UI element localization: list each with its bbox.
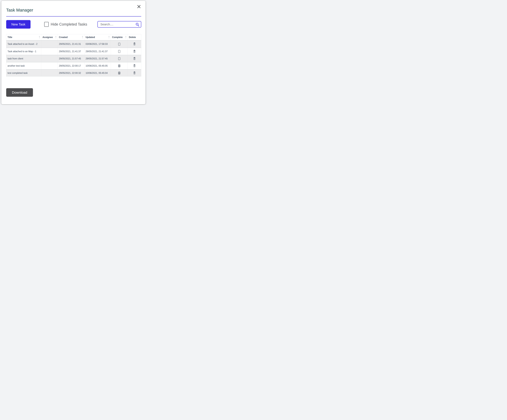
task-updated-cell: 10/06/2021, 05:45:05 — [84, 62, 111, 69]
complete-checkbox[interactable] — [118, 57, 120, 60]
complete-checkbox[interactable] — [118, 64, 120, 67]
toolbar: New Task Hide Completed Tasks — [6, 20, 141, 28]
task-assignee-cell — [41, 41, 58, 48]
task-updated-cell: 03/06/2021, 17:58:33 — [84, 41, 111, 48]
task-title-cell: another test task — [6, 62, 41, 69]
complete-checkbox[interactable] — [118, 72, 120, 74]
delete-task-button[interactable] — [133, 64, 136, 68]
sort-arrow-icon — [82, 36, 83, 39]
sort-arrow-icon — [39, 36, 40, 39]
task-updated-cell: 29/05/2021, 21:41:37 — [84, 48, 111, 55]
table-row: Task attached to an Map - 1 29/05/2021, … — [6, 48, 141, 55]
task-assignee-cell — [41, 62, 58, 69]
task-created-cell: 29/05/2021, 21:41:37 — [58, 48, 84, 55]
table-row: Task attached to an Asset - 2 29/05/2021… — [6, 41, 141, 48]
column-header-delete: Delete — [128, 34, 141, 41]
column-header-assignee[interactable]: Assignee — [41, 34, 58, 41]
hide-completed-checkbox[interactable] — [44, 22, 49, 27]
task-created-cell: 29/05/2021, 21:41:31 — [58, 41, 84, 48]
delete-task-button[interactable] — [133, 57, 136, 60]
search-icon[interactable] — [135, 23, 140, 27]
complete-checkbox[interactable] — [118, 43, 120, 46]
trash-icon — [133, 64, 136, 67]
complete-checkbox[interactable] — [118, 50, 120, 53]
download-button[interactable]: Download — [6, 88, 33, 97]
task-updated-cell: 29/05/2021, 21:57:45 — [84, 55, 111, 62]
delete-task-button[interactable] — [133, 71, 136, 75]
delete-task-button[interactable] — [133, 50, 136, 53]
new-task-button[interactable]: New Task — [6, 20, 30, 28]
trash-icon — [133, 50, 136, 53]
table-row: test completed task 29/05/2021, 22:00:32… — [6, 69, 141, 77]
search-box — [98, 21, 141, 28]
task-updated-cell: 10/06/2021, 05:45:04 — [84, 69, 111, 77]
column-header-created[interactable]: Created — [58, 34, 84, 41]
page-title: Task Manager — [6, 1, 141, 13]
tasks-table: Title Assignee Created Updated Complete — [6, 34, 141, 77]
task-assignee-cell — [41, 69, 58, 77]
task-manager-modal: Task Manager New Task Hide Completed Tas… — [1, 1, 145, 104]
table-row: another test task 29/05/2021, 22:00:17 1… — [6, 62, 141, 69]
delete-task-button[interactable] — [133, 42, 136, 46]
title-divider — [6, 16, 141, 16]
table-header-row: Title Assignee Created Updated Complete — [6, 34, 141, 41]
trash-icon — [133, 42, 136, 45]
sort-arrow-icon — [108, 36, 110, 39]
task-title-cell: Task attached to an Map - 1 — [6, 48, 41, 55]
hide-completed-label: Hide Completed Tasks — [51, 22, 87, 27]
column-header-title[interactable]: Title — [6, 34, 41, 41]
task-title-cell: Task attached to an Asset - 2 — [6, 41, 41, 48]
close-button[interactable] — [137, 4, 141, 9]
column-header-complete[interactable]: Complete — [111, 34, 128, 41]
table-row: task from client 29/05/2021, 21:57:45 29… — [6, 55, 141, 62]
trash-icon — [133, 57, 136, 60]
task-assignee-cell — [41, 55, 58, 62]
task-created-cell: 29/05/2021, 21:57:45 — [58, 55, 84, 62]
task-assignee-cell — [41, 48, 58, 55]
task-created-cell: 29/05/2021, 22:00:32 — [58, 69, 84, 77]
search-input[interactable] — [98, 23, 141, 26]
close-icon — [137, 4, 141, 9]
trash-icon — [133, 71, 136, 74]
hide-completed-group[interactable]: Hide Completed Tasks — [44, 22, 87, 27]
sort-arrow-icon — [55, 36, 56, 39]
column-header-updated[interactable]: Updated — [84, 34, 111, 41]
task-created-cell: 29/05/2021, 22:00:17 — [58, 62, 84, 69]
sort-arrow-icon — [125, 36, 127, 39]
task-title-cell: task from client — [6, 55, 41, 62]
task-title-cell: test completed task — [6, 69, 41, 77]
